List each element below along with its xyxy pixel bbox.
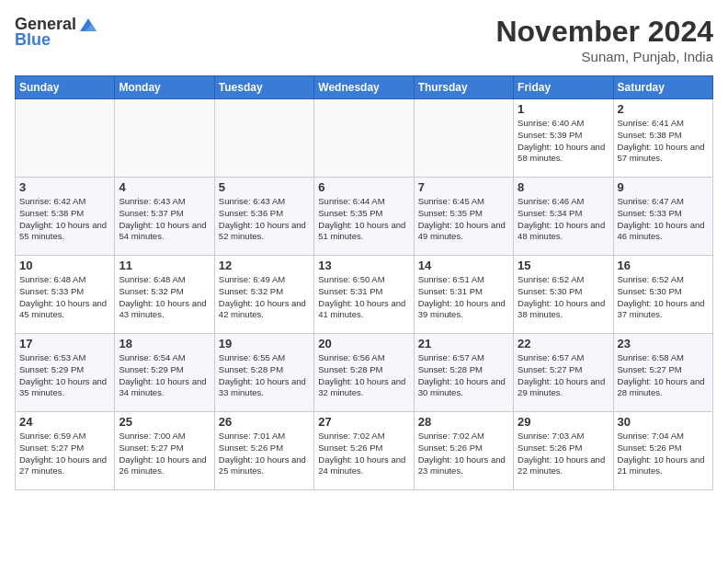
- weekday-header-sunday: Sunday: [16, 76, 115, 99]
- day-info: Sunrise: 6:42 AMSunset: 5:38 PMDaylight:…: [19, 196, 110, 243]
- day-number: 10: [19, 259, 110, 272]
- day-number: 6: [318, 180, 409, 194]
- calendar-cell: 2Sunrise: 6:41 AMSunset: 5:38 PMDaylight…: [613, 99, 712, 178]
- calendar-cell: 22Sunrise: 6:57 AMSunset: 5:27 PMDayligh…: [514, 334, 613, 412]
- day-number: 7: [418, 180, 509, 194]
- calendar-cell: 9Sunrise: 6:47 AMSunset: 5:33 PMDaylight…: [613, 178, 712, 256]
- day-number: 20: [318, 337, 409, 350]
- day-info: Sunrise: 6:41 AMSunset: 5:38 PMDaylight:…: [618, 118, 709, 165]
- day-number: 19: [219, 337, 310, 350]
- calendar-cell: 13Sunrise: 6:50 AMSunset: 5:31 PMDayligh…: [314, 256, 414, 334]
- day-number: 17: [19, 337, 110, 350]
- day-info: Sunrise: 7:04 AMSunset: 5:26 PMDaylight:…: [618, 431, 709, 477]
- calendar-cell: 6Sunrise: 6:44 AMSunset: 5:35 PMDaylight…: [314, 178, 414, 256]
- calendar-cell: 27Sunrise: 7:02 AMSunset: 5:26 PMDayligh…: [314, 412, 414, 490]
- weekday-header-friday: Friday: [514, 76, 613, 99]
- day-number: 12: [219, 259, 310, 272]
- day-number: 4: [119, 180, 210, 194]
- day-number: 25: [119, 415, 210, 429]
- day-number: 23: [618, 337, 709, 350]
- logo-blue-text: Blue: [15, 30, 51, 50]
- day-info: Sunrise: 6:57 AMSunset: 5:28 PMDaylight:…: [418, 352, 509, 399]
- calendar-cell: 20Sunrise: 6:56 AMSunset: 5:28 PMDayligh…: [314, 334, 414, 412]
- page-header: General Blue November 2024 Sunam, Punjab…: [15, 15, 713, 64]
- day-number: 28: [418, 415, 509, 429]
- calendar-cell: 21Sunrise: 6:57 AMSunset: 5:28 PMDayligh…: [414, 334, 513, 412]
- day-info: Sunrise: 6:40 AMSunset: 5:39 PMDaylight:…: [518, 118, 609, 165]
- calendar-cell: 17Sunrise: 6:53 AMSunset: 5:29 PMDayligh…: [16, 334, 115, 412]
- calendar-week-row: 17Sunrise: 6:53 AMSunset: 5:29 PMDayligh…: [16, 334, 713, 412]
- calendar-cell: [115, 99, 214, 178]
- calendar-cell: 24Sunrise: 6:59 AMSunset: 5:27 PMDayligh…: [16, 412, 115, 490]
- calendar-week-row: 24Sunrise: 6:59 AMSunset: 5:27 PMDayligh…: [16, 412, 713, 490]
- day-info: Sunrise: 6:43 AMSunset: 5:36 PMDaylight:…: [219, 196, 310, 243]
- calendar-cell: 10Sunrise: 6:48 AMSunset: 5:33 PMDayligh…: [16, 256, 115, 334]
- day-info: Sunrise: 6:43 AMSunset: 5:37 PMDaylight:…: [119, 196, 210, 243]
- calendar-cell: 25Sunrise: 7:00 AMSunset: 5:27 PMDayligh…: [115, 412, 214, 490]
- day-number: 16: [618, 259, 709, 272]
- day-number: 14: [418, 259, 509, 272]
- calendar-cell: [314, 99, 414, 178]
- day-info: Sunrise: 7:00 AMSunset: 5:27 PMDaylight:…: [119, 431, 210, 477]
- weekday-header-wednesday: Wednesday: [314, 76, 414, 99]
- calendar-cell: 3Sunrise: 6:42 AMSunset: 5:38 PMDaylight…: [16, 178, 115, 256]
- calendar-cell: 30Sunrise: 7:04 AMSunset: 5:26 PMDayligh…: [613, 412, 712, 490]
- month-title: November 2024: [495, 15, 713, 49]
- weekday-header-row: SundayMondayTuesdayWednesdayThursdayFrid…: [16, 76, 713, 99]
- day-number: 22: [518, 337, 609, 350]
- day-number: 3: [19, 180, 110, 194]
- day-number: 2: [618, 102, 709, 116]
- day-number: 13: [318, 259, 409, 272]
- calendar-cell: 11Sunrise: 6:48 AMSunset: 5:32 PMDayligh…: [115, 256, 214, 334]
- calendar-table: SundayMondayTuesdayWednesdayThursdayFrid…: [15, 75, 713, 490]
- calendar-cell: 29Sunrise: 7:03 AMSunset: 5:26 PMDayligh…: [514, 412, 613, 490]
- calendar-cell: 16Sunrise: 6:52 AMSunset: 5:30 PMDayligh…: [613, 256, 712, 334]
- calendar-week-row: 3Sunrise: 6:42 AMSunset: 5:38 PMDaylight…: [16, 178, 713, 256]
- day-number: 21: [418, 337, 509, 350]
- day-number: 29: [518, 415, 609, 429]
- day-info: Sunrise: 7:03 AMSunset: 5:26 PMDaylight:…: [518, 431, 609, 477]
- calendar-week-row: 1Sunrise: 6:40 AMSunset: 5:39 PMDaylight…: [16, 99, 713, 178]
- calendar-cell: 19Sunrise: 6:55 AMSunset: 5:28 PMDayligh…: [214, 334, 313, 412]
- day-info: Sunrise: 6:44 AMSunset: 5:35 PMDaylight:…: [318, 196, 409, 243]
- day-info: Sunrise: 7:01 AMSunset: 5:26 PMDaylight:…: [219, 431, 310, 477]
- day-info: Sunrise: 6:48 AMSunset: 5:32 PMDaylight:…: [119, 274, 210, 321]
- day-info: Sunrise: 6:46 AMSunset: 5:34 PMDaylight:…: [518, 196, 609, 243]
- title-block: November 2024 Sunam, Punjab, India: [495, 15, 713, 64]
- weekday-header-saturday: Saturday: [613, 76, 712, 99]
- day-info: Sunrise: 6:50 AMSunset: 5:31 PMDaylight:…: [318, 274, 409, 321]
- day-number: 1: [518, 102, 609, 116]
- calendar-week-row: 10Sunrise: 6:48 AMSunset: 5:33 PMDayligh…: [16, 256, 713, 334]
- calendar-cell: 18Sunrise: 6:54 AMSunset: 5:29 PMDayligh…: [115, 334, 214, 412]
- day-number: 30: [618, 415, 709, 429]
- day-info: Sunrise: 6:52 AMSunset: 5:30 PMDaylight:…: [518, 274, 609, 321]
- logo-icon: [78, 17, 98, 33]
- calendar-cell: 12Sunrise: 6:49 AMSunset: 5:32 PMDayligh…: [214, 256, 313, 334]
- day-number: 5: [219, 180, 310, 194]
- weekday-header-monday: Monday: [115, 76, 214, 99]
- day-info: Sunrise: 6:53 AMSunset: 5:29 PMDaylight:…: [19, 352, 110, 399]
- day-info: Sunrise: 6:55 AMSunset: 5:28 PMDaylight:…: [219, 352, 310, 399]
- calendar-cell: [414, 99, 513, 178]
- day-number: 15: [518, 259, 609, 272]
- day-number: 26: [219, 415, 310, 429]
- day-info: Sunrise: 6:45 AMSunset: 5:35 PMDaylight:…: [418, 196, 509, 243]
- day-info: Sunrise: 6:56 AMSunset: 5:28 PMDaylight:…: [318, 352, 409, 399]
- calendar-cell: [16, 99, 115, 178]
- location: Sunam, Punjab, India: [495, 49, 713, 64]
- calendar-cell: 8Sunrise: 6:46 AMSunset: 5:34 PMDaylight…: [514, 178, 613, 256]
- calendar-cell: 28Sunrise: 7:02 AMSunset: 5:26 PMDayligh…: [414, 412, 513, 490]
- day-info: Sunrise: 6:58 AMSunset: 5:27 PMDaylight:…: [618, 352, 709, 399]
- day-info: Sunrise: 7:02 AMSunset: 5:26 PMDaylight:…: [418, 431, 509, 477]
- calendar-cell: 7Sunrise: 6:45 AMSunset: 5:35 PMDaylight…: [414, 178, 513, 256]
- day-info: Sunrise: 6:49 AMSunset: 5:32 PMDaylight:…: [219, 274, 310, 321]
- calendar-cell: 4Sunrise: 6:43 AMSunset: 5:37 PMDaylight…: [115, 178, 214, 256]
- day-info: Sunrise: 7:02 AMSunset: 5:26 PMDaylight:…: [318, 431, 409, 477]
- day-info: Sunrise: 6:47 AMSunset: 5:33 PMDaylight:…: [618, 196, 709, 243]
- logo: General Blue: [15, 15, 98, 50]
- day-number: 24: [19, 415, 110, 429]
- calendar-cell: 5Sunrise: 6:43 AMSunset: 5:36 PMDaylight…: [214, 178, 313, 256]
- calendar-cell: 1Sunrise: 6:40 AMSunset: 5:39 PMDaylight…: [514, 99, 613, 178]
- weekday-header-thursday: Thursday: [414, 76, 513, 99]
- calendar-cell: 23Sunrise: 6:58 AMSunset: 5:27 PMDayligh…: [613, 334, 712, 412]
